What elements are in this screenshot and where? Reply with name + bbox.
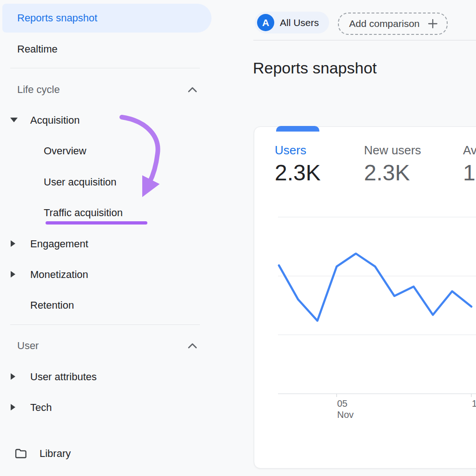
metric-tab-users[interactable]: Users 2.3K	[275, 144, 321, 185]
chevron-up-icon[interactable]	[186, 86, 198, 94]
add-comparison-button[interactable]: Add comparison	[338, 13, 448, 35]
triangle-down-icon	[10, 118, 18, 122]
sidebar-divider	[10, 324, 200, 325]
svg-text:12: 12	[472, 398, 476, 409]
sidebar-item-label: User acquisition	[44, 176, 117, 188]
sidebar-section-life-cycle: Life cycle	[17, 84, 60, 95]
sidebar-item-realtime[interactable]: Realtime	[17, 44, 58, 55]
folder-icon	[14, 446, 27, 459]
sidebar-item-label: User attributes	[30, 371, 97, 383]
avatar: A	[257, 14, 274, 31]
sidebar-item-tech[interactable]: Tech	[30, 402, 52, 413]
sidebar-item-user-acquisition[interactable]: User acquisition	[44, 177, 117, 188]
svg-text:05: 05	[337, 398, 347, 409]
metric-value: 1m	[463, 161, 476, 185]
add-comparison-label: Add comparison	[349, 18, 420, 29]
sidebar-item-label: Acquisition	[30, 114, 79, 126]
metric-label: New users	[364, 144, 421, 157]
page-title: Reports snapshot	[253, 59, 377, 77]
chevron-up-icon[interactable]	[186, 342, 198, 350]
plus-icon	[426, 17, 439, 30]
audience-chip-all-users[interactable]: A All Users	[255, 12, 329, 33]
sidebar-item-label: Library	[40, 448, 71, 459]
sidebar-divider	[10, 68, 200, 68]
metric-value: 2.3K	[275, 161, 321, 185]
sidebar-item-label: Retention	[30, 299, 74, 311]
avatar-initial: A	[262, 17, 269, 28]
ga4-reports-screen: Reports snapshot Realtime Life cycle Acq…	[0, 0, 476, 476]
sidebar-item-acquisition[interactable]: Acquisition	[30, 115, 79, 126]
sidebar-item-library[interactable]: Library	[40, 448, 71, 459]
annotation-underline	[46, 221, 147, 225]
sidebar-item-overview[interactable]: Overview	[44, 145, 86, 157]
metric-label: Users	[275, 144, 321, 157]
metric-value: 2.3K	[364, 161, 421, 185]
sidebar-item-label: Overview	[44, 145, 86, 157]
sidebar-section-user: User	[17, 340, 39, 351]
metric-tab-new-users[interactable]: New users 2.3K	[364, 144, 421, 185]
svg-text:Nov: Nov	[337, 410, 354, 420]
metric-label: Av	[463, 144, 476, 157]
sidebar-item-user-attributes[interactable]: User attributes	[30, 371, 97, 383]
triangle-right-icon	[11, 271, 15, 278]
sidebar-item-label: Engagement	[30, 238, 88, 250]
triangle-right-icon	[11, 240, 15, 247]
header-divider	[253, 40, 476, 40]
summary-card: 05Nov12 Users 2.3K New users 2.3K Av 1m	[254, 126, 476, 469]
sidebar-item-label: Traffic acquisition	[44, 207, 123, 218]
sidebar-item-retention[interactable]: Retention	[30, 300, 74, 311]
sidebar-item-label: Tech	[30, 402, 52, 413]
section-label: User	[17, 340, 39, 351]
section-label: Life cycle	[17, 84, 60, 95]
triangle-right-icon	[11, 373, 15, 380]
sidebar-item-label: Realtime	[17, 43, 58, 55]
sidebar-item-label: Reports snapshot	[17, 12, 97, 24]
sidebar-item-monetization[interactable]: Monetization	[30, 269, 88, 280]
sidebar-item-reports-snapshot[interactable]: Reports snapshot	[2, 4, 212, 33]
sidebar-item-traffic-acquisition[interactable]: Traffic acquisition	[44, 207, 123, 218]
triangle-right-icon	[11, 404, 15, 410]
audience-chip-label: All Users	[280, 17, 319, 28]
sidebar-item-label: Monetization	[30, 269, 88, 280]
metric-tab-avg-engagement[interactable]: Av 1m	[463, 144, 476, 185]
sidebar-item-engagement[interactable]: Engagement	[30, 238, 88, 250]
